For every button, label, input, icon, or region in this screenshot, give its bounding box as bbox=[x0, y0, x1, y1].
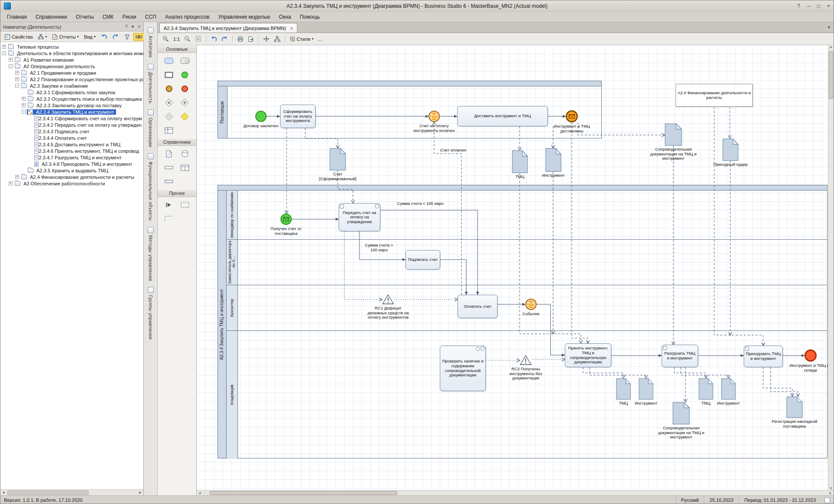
palette-shape-rounded-rect[interactable] bbox=[164, 56, 174, 65]
event-msg-orange-m1[interactable] bbox=[429, 111, 440, 122]
palette-shape-rect[interactable] bbox=[164, 70, 174, 79]
menu-item[interactable]: ССП bbox=[141, 13, 160, 21]
pin-icon[interactable]: ▾ bbox=[132, 24, 134, 30]
scroll-down-icon[interactable]: ▼ bbox=[828, 487, 834, 490]
tree-item[interactable]: +А2.2 Планирование и осуществление проек… bbox=[0, 76, 143, 82]
zoom-in-button[interactable] bbox=[161, 35, 170, 43]
tree-item[interactable]: -Деятельность в области проектирования и… bbox=[0, 50, 143, 56]
tree-item[interactable]: -А2.3.4 Закупить ТМЦ и инструмент bbox=[0, 109, 143, 115]
task-t9[interactable]: Приходовать ТМЦ и инструмент bbox=[744, 346, 783, 367]
properties-button[interactable]: Свойства bbox=[2, 33, 35, 41]
palette-shape-circle-red[interactable] bbox=[180, 84, 190, 93]
document-d10[interactable] bbox=[672, 402, 690, 425]
menu-item[interactable]: Риски bbox=[118, 13, 140, 21]
palette-shape-gateway-marked[interactable] bbox=[164, 112, 174, 121]
tree-item[interactable]: А2.3.4.7 Разгрузить ТМЦ и инструмент bbox=[0, 154, 143, 161]
document-d6[interactable] bbox=[616, 378, 631, 400]
expand-icon[interactable]: + bbox=[2, 45, 6, 49]
scroll-thumb[interactable] bbox=[7, 491, 89, 495]
filter-button[interactable] bbox=[122, 33, 132, 41]
palette-shape-page[interactable] bbox=[164, 149, 174, 158]
palette-shape-gateway-plus[interactable] bbox=[180, 98, 190, 107]
document-d1[interactable] bbox=[330, 148, 346, 171]
tree-item[interactable]: А2.3.4.8 Приходовать ТМЦ и инструмент bbox=[0, 161, 143, 167]
tree-item[interactable]: А2.3.1 Сформировать план закупок bbox=[0, 89, 143, 96]
palette-shape-pointer[interactable] bbox=[164, 201, 174, 209]
scheme-button[interactable] bbox=[273, 35, 282, 43]
palette-shape-gateway-yellow[interactable] bbox=[180, 112, 190, 121]
event-start-start1[interactable] bbox=[255, 111, 267, 122]
menu-item[interactable]: Управление моделью bbox=[214, 13, 274, 21]
undo-button[interactable] bbox=[209, 35, 218, 43]
risk-r2[interactable] bbox=[520, 355, 532, 366]
reports-button[interactable]: Отчеты▾ bbox=[50, 33, 81, 41]
tree-item[interactable]: А2.3.4.2 Передать счет на оплату на утве… bbox=[0, 122, 143, 128]
risk-r1[interactable] bbox=[382, 294, 394, 305]
expand-icon[interactable]: + bbox=[15, 71, 19, 75]
print-button[interactable] bbox=[236, 35, 245, 43]
menu-item[interactable]: Помощь bbox=[296, 13, 323, 21]
document-d4[interactable] bbox=[665, 123, 682, 146]
task-t3[interactable]: Передать счет на оплату на утверждение bbox=[339, 203, 380, 231]
expand-icon[interactable]: + bbox=[15, 77, 19, 81]
view-button[interactable]: Вид▾ bbox=[82, 33, 98, 41]
tree-item[interactable]: А2.3.4.3 Подписать счет bbox=[0, 128, 143, 135]
minimize-icon[interactable]: – bbox=[807, 3, 810, 9]
scroll-track[interactable] bbox=[203, 491, 827, 495]
palette-shape-bar2[interactable] bbox=[164, 177, 174, 186]
scroll-right-icon[interactable]: ► bbox=[827, 491, 834, 494]
tree-item[interactable]: -А2.3 Закупки и снабжение bbox=[0, 82, 143, 89]
event-end-e2[interactable] bbox=[804, 349, 817, 362]
redo-button[interactable] bbox=[220, 35, 229, 43]
palette-category-tab[interactable]: Организации bbox=[148, 109, 154, 147]
scroll-thumb[interactable] bbox=[829, 51, 833, 99]
scroll-thumb[interactable] bbox=[210, 491, 397, 495]
palette-category-tab[interactable]: Archimate bbox=[148, 27, 154, 58]
external-process-ext1[interactable]: А2.4 Финансирование деятельности и расче… bbox=[676, 84, 753, 107]
task-t8[interactable]: Разгрузить ТМЦ и инструмент bbox=[662, 345, 698, 367]
menu-item[interactable]: Отчеты bbox=[72, 13, 97, 21]
palette-section-header[interactable]: Прочее bbox=[158, 189, 196, 197]
notification-icon[interactable] bbox=[824, 497, 830, 503]
palette-section-header[interactable]: Основные bbox=[158, 45, 196, 53]
scroll-right-icon[interactable]: ► bbox=[137, 491, 143, 494]
diagram-canvas[interactable]: ▲ ▼ ПоставщикA2.3.4 Закупить ТМЦ и инстр… bbox=[197, 45, 834, 490]
document-d5[interactable] bbox=[722, 138, 738, 161]
scroll-track[interactable] bbox=[7, 490, 137, 495]
palette-category-tab[interactable]: Группы управления bbox=[148, 287, 154, 339]
expand-icon[interactable]: + bbox=[9, 181, 13, 185]
task-t1[interactable]: Сформировать счет на оплату инструмента bbox=[280, 105, 316, 128]
tree-item[interactable]: +Типовые процессы bbox=[0, 43, 143, 50]
menu-item[interactable]: Главная bbox=[3, 13, 31, 21]
palette-shape-gateway-x[interactable] bbox=[164, 98, 174, 107]
palette-category-tab[interactable]: Функциональные объекты bbox=[148, 153, 154, 221]
export-button[interactable] bbox=[247, 35, 255, 43]
tree-item[interactable]: +А2.3.2 Осуществить поиск и выбор постав… bbox=[0, 96, 143, 102]
task-t7[interactable]: Принять инструмент, ТМЦ и сопроводительн… bbox=[565, 343, 611, 367]
tree-item[interactable]: А2.3.4.6 Принять инструмент, ТМЦ и сопро… bbox=[0, 148, 143, 154]
scroll-left-icon[interactable]: ◄ bbox=[197, 491, 203, 494]
menu-item[interactable]: СМК bbox=[99, 13, 118, 21]
fit-page-button[interactable] bbox=[194, 35, 203, 43]
task-t4[interactable]: Подписать счет bbox=[405, 250, 440, 270]
menu-item[interactable]: Окна bbox=[275, 13, 295, 21]
tree-item[interactable]: +А2.4 Финансирование деятельности и расч… bbox=[0, 174, 143, 180]
palette-category-tab[interactable]: Деятельность bbox=[148, 64, 154, 103]
menu-item[interactable]: Справочники bbox=[32, 13, 71, 21]
tree-item[interactable]: А2.3.4.5 Доставить инструмент и ТМЦ bbox=[0, 141, 143, 148]
document-d11[interactable] bbox=[786, 396, 803, 418]
styles-button[interactable]: Стили▾ bbox=[288, 35, 315, 43]
tree-item[interactable]: А2.3.4.1 Сформировать счет на оплату инс… bbox=[0, 115, 143, 122]
event-end-msg-e1[interactable] bbox=[566, 110, 578, 122]
tree-item[interactable]: +А3 Обеспечение работоспособности bbox=[0, 180, 143, 187]
zoom-out-button[interactable] bbox=[183, 35, 192, 43]
tree-item[interactable]: А2.3.4.4 Оплатить счет bbox=[0, 135, 143, 141]
task-t5[interactable]: Оплатить счет bbox=[458, 295, 498, 318]
palette-shape-bar[interactable] bbox=[164, 163, 174, 172]
tab-close-icon[interactable]: × bbox=[290, 26, 293, 31]
task-t2[interactable]: Доставить инструмент и ТМЦ bbox=[457, 106, 548, 126]
sync-link-button[interactable] bbox=[133, 33, 145, 41]
palette-shape-database[interactable] bbox=[180, 149, 190, 158]
close-icon[interactable]: × bbox=[827, 3, 830, 9]
panel-close-icon[interactable]: × bbox=[138, 24, 141, 30]
